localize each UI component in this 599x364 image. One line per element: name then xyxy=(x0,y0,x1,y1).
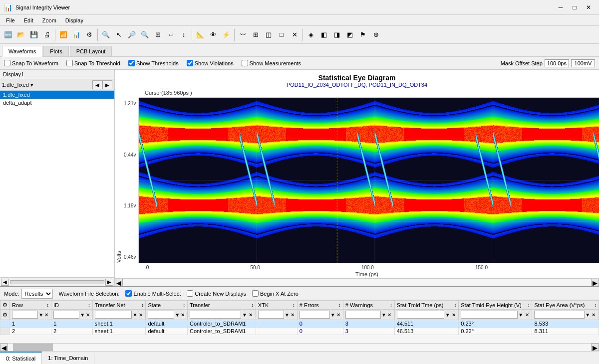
filter-transfer-input[interactable] xyxy=(190,311,241,319)
tb-waveform[interactable]: 〰 xyxy=(237,29,249,41)
filter-warnings-btn[interactable]: ▼ xyxy=(381,311,387,318)
tb-open[interactable]: 📂 xyxy=(15,29,27,41)
tb-extra2[interactable]: ◧ xyxy=(318,29,330,41)
filter-stat-tmid-time-btn[interactable]: ▼ xyxy=(445,311,450,318)
menu-zoom[interactable]: Zoom xyxy=(38,16,60,24)
col-header-stat-eye-area[interactable]: Stat Eye Area (V*ps) ↕ xyxy=(532,301,599,310)
snap-to-waveform-checkbox[interactable] xyxy=(4,60,10,66)
clear-transfer-net-btn[interactable]: ✕ xyxy=(138,311,144,318)
close-button[interactable]: ✕ xyxy=(582,2,595,12)
tb-extra5[interactable]: ⚑ xyxy=(357,29,369,41)
enable-multiselect-checkbox[interactable] xyxy=(125,290,132,297)
clear-stat-eye-area-btn[interactable]: ✕ xyxy=(591,311,597,318)
tb-probe[interactable]: ⚡ xyxy=(220,29,232,41)
snap-to-waveform-option[interactable]: Snap To Waveform xyxy=(4,60,58,66)
waveform-nav-prev[interactable]: ◀ xyxy=(92,80,102,89)
col-header-transfer-net[interactable]: Transfer Net ↕ xyxy=(92,301,146,310)
tb-search[interactable]: 🔍 xyxy=(100,29,112,41)
waveform-item-1[interactable]: delta_adapt xyxy=(0,99,114,107)
menu-display[interactable]: Display xyxy=(61,16,87,24)
menu-file[interactable]: File xyxy=(2,16,19,24)
table-scroll-right[interactable]: ▶ xyxy=(591,344,599,351)
filter-id-btn[interactable]: ▼ xyxy=(80,311,85,318)
table-scroll-left[interactable]: ◀ xyxy=(0,344,8,351)
tb-measure[interactable]: 📐 xyxy=(194,29,206,41)
clear-stat-tmid-eye-height-btn[interactable]: ✕ xyxy=(524,311,530,318)
tb-grid[interactable]: ⊞ xyxy=(250,29,262,41)
col-header-stat-tmid-eye-height[interactable]: Stat Tmid Eye Height (V) ↕ xyxy=(459,301,532,310)
filter-transfer-net-input[interactable] xyxy=(95,311,132,319)
tb-save[interactable]: 💾 xyxy=(28,29,40,41)
h-scroll-right[interactable]: ▶ xyxy=(591,279,599,286)
waveform-nav-next[interactable]: ▶ xyxy=(102,80,112,89)
enable-multiselect-option[interactable]: Enable Multi-Select xyxy=(125,290,181,297)
tb-signal[interactable]: 📶 xyxy=(57,29,69,41)
filter-row-input[interactable] xyxy=(12,311,38,319)
status-tab-time-domain[interactable]: 1: Time_Domain xyxy=(42,352,94,364)
waveform-dropdown[interactable]: 1:dfe_fixed ▾ xyxy=(2,82,92,88)
h-scroll-track[interactable] xyxy=(123,279,591,286)
scroll-right-btn[interactable]: ▶ xyxy=(105,279,113,286)
mask-offset-value2[interactable]: 100mV xyxy=(571,59,595,67)
tb-zoom-fit[interactable]: ⊞ xyxy=(152,29,164,41)
filter-state-input[interactable] xyxy=(148,311,174,319)
status-tab-statistical[interactable]: 0: Statistical xyxy=(0,352,42,364)
tb-chart[interactable]: 📊 xyxy=(70,29,82,41)
filter-stat-tmid-eye-height-btn[interactable]: ▼ xyxy=(518,311,524,318)
table-scroll-track[interactable] xyxy=(8,344,591,351)
snap-to-threshold-option[interactable]: Snap To Threshold xyxy=(66,60,120,66)
tab-plots[interactable]: Plots xyxy=(43,46,68,56)
filter-xtk-btn[interactable]: ▼ xyxy=(285,311,290,318)
filter-transfer-btn[interactable]: ▼ xyxy=(242,311,247,318)
filter-row-btn[interactable]: ▼ xyxy=(38,311,43,318)
menu-edit[interactable]: Edit xyxy=(20,16,37,24)
tab-waveforms[interactable]: Waveforms xyxy=(2,46,42,57)
filter-stat-eye-area-btn[interactable]: ▼ xyxy=(585,311,591,318)
show-violations-option[interactable]: Show Violations xyxy=(187,60,234,66)
clear-stat-tmid-time-btn[interactable]: ✕ xyxy=(451,311,456,318)
col-header-transfer[interactable]: Transfer ↕ xyxy=(187,301,256,310)
filter-errors-btn[interactable]: ▼ xyxy=(330,311,335,318)
scroll-track[interactable] xyxy=(10,280,104,284)
h-scroll-left[interactable]: ◀ xyxy=(115,279,123,286)
tab-pcblayout[interactable]: PCB Layout xyxy=(70,46,112,56)
mask-offset-value1[interactable]: 100.0ps xyxy=(545,59,569,67)
tb-new[interactable]: 🆕 xyxy=(2,29,14,41)
col-header-warnings[interactable]: # Warnings ↕ xyxy=(343,301,394,310)
minimize-button[interactable]: ─ xyxy=(554,2,567,12)
col-header-stat-tmid-time[interactable]: Stat Tmid Tme (ps) ↕ xyxy=(394,301,459,310)
filter-errors-input[interactable] xyxy=(300,311,330,319)
results-table-container[interactable]: ⚙ Row ↕ ID ↕ Transfer Net ↕ State ↕ Tran… xyxy=(0,300,599,343)
show-thresholds-option[interactable]: Show Thresholds xyxy=(128,60,179,66)
show-violations-checkbox[interactable] xyxy=(187,60,193,66)
create-new-displays-option[interactable]: Create New Displays xyxy=(187,290,246,297)
tb-extra6[interactable]: ⊕ xyxy=(370,29,382,41)
tb-box[interactable]: □ xyxy=(276,29,288,41)
filter-id-input[interactable] xyxy=(53,311,79,319)
tb-extra3[interactable]: ◨ xyxy=(331,29,343,41)
maximize-button[interactable]: □ xyxy=(568,2,581,12)
tb-zoom-x[interactable]: ↔ xyxy=(165,29,177,41)
tb-zoom-y[interactable]: ↕ xyxy=(178,29,190,41)
tb-overlay[interactable]: ◫ xyxy=(263,29,275,41)
scroll-left-btn[interactable]: ◀ xyxy=(1,279,9,286)
eye-diagram-canvas[interactable] xyxy=(137,96,599,265)
create-new-displays-checkbox[interactable] xyxy=(187,290,193,297)
clear-warnings-btn[interactable]: ✕ xyxy=(387,311,392,318)
show-measurements-checkbox[interactable] xyxy=(242,60,248,66)
filter-stat-eye-area-input[interactable] xyxy=(534,311,584,319)
tb-cursor[interactable]: ↖ xyxy=(113,29,125,41)
col-header-row[interactable]: Row ↕ xyxy=(10,301,51,310)
col-header-id[interactable]: ID ↕ xyxy=(51,301,92,310)
tb-eye[interactable]: 👁 xyxy=(207,29,219,41)
tb-print[interactable]: 🖨 xyxy=(41,29,53,41)
mode-select[interactable]: Results xyxy=(21,289,53,299)
tb-extra1[interactable]: ◈ xyxy=(305,29,317,41)
clear-row-btn[interactable]: ✕ xyxy=(44,311,49,318)
begin-x-at-zero-checkbox[interactable] xyxy=(252,290,259,297)
clear-errors-btn[interactable]: ✕ xyxy=(336,311,341,318)
show-measurements-option[interactable]: Show Measurements xyxy=(242,60,301,66)
clear-transfer-btn[interactable]: ✕ xyxy=(248,311,254,318)
tb-settings[interactable]: ⚙ xyxy=(83,29,95,41)
tb-zoom-out[interactable]: 🔍 xyxy=(139,29,151,41)
